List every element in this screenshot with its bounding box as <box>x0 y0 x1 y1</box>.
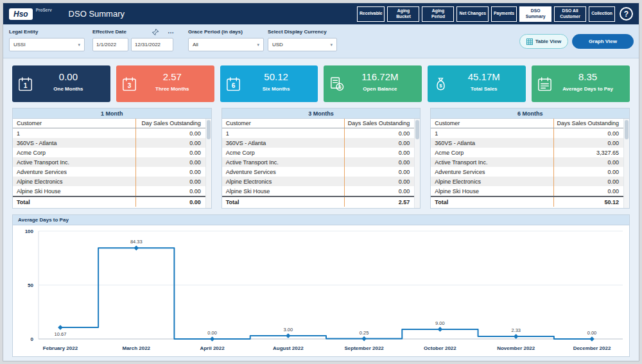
table-row[interactable]: 10.00 <box>431 128 629 138</box>
kpi-card-three-months: 32.57Three Months <box>116 65 214 102</box>
col-header-dso: Days Sales Outstanding <box>344 119 420 128</box>
dso-value-cell: 0.00 <box>344 157 420 167</box>
dso-value-cell: 0.00 <box>135 148 211 157</box>
effective-date-to[interactable] <box>131 38 173 51</box>
svg-text:3: 3 <box>128 82 132 89</box>
table-row[interactable]: Adventure Services0.00 <box>431 167 629 177</box>
top-nav: ReceivableAging BucketAging PeriodNet Ch… <box>357 6 615 22</box>
scrollbar[interactable] <box>205 119 211 208</box>
kpi-label: One Months <box>30 86 107 92</box>
chart-point[interactable] <box>58 325 63 330</box>
help-icon[interactable]: ? <box>620 7 633 21</box>
x-axis-label: April 2022 <box>200 345 225 351</box>
col-header-customer: Customer <box>13 119 135 128</box>
effective-date-label: Effective Date <box>92 29 126 35</box>
currency-value: USD <box>272 42 283 48</box>
point-label: 10.67 <box>55 331 67 337</box>
grace-period-select[interactable]: All ▾ <box>188 38 264 51</box>
table-row[interactable]: Alpine Ski House0.00 <box>222 186 421 196</box>
table-row[interactable]: Active Transport Inc.0.00 <box>222 157 421 167</box>
pin-icon[interactable] <box>150 27 161 37</box>
chevron-down-icon: ▾ <box>257 42 259 48</box>
total-label: Total <box>13 197 135 207</box>
chart-point[interactable] <box>210 336 215 342</box>
table-row[interactable]: Active Transport Inc.0.00 <box>13 157 211 167</box>
chart-point[interactable] <box>514 334 519 339</box>
dso-table-panel-1-month: 1 MonthCustomerDay Sales Outstanding10.0… <box>12 108 212 209</box>
nav-button-net-changes[interactable]: Net Changes <box>456 6 489 22</box>
table-view-button[interactable]: Table View <box>519 34 568 49</box>
table-row[interactable]: Acme Corp3,327.65 <box>431 148 629 157</box>
chart-point[interactable] <box>361 336 367 342</box>
table-row[interactable]: 10.00 <box>13 128 211 138</box>
nav-button-dso-all-customer[interactable]: DSO All Customer <box>554 6 586 22</box>
chart-point[interactable] <box>438 327 443 332</box>
dso-value-cell: 0.00 <box>553 186 629 196</box>
table-row[interactable]: Alpine Electronics0.00 <box>431 177 629 186</box>
scrollbar-thumb[interactable] <box>207 120 211 139</box>
effective-date-from[interactable] <box>92 38 128 51</box>
dso-table-panel-6-months: 6 MonthsCustomerDays Sales Outstanding10… <box>430 108 630 209</box>
total-value: 50.12 <box>553 197 629 207</box>
table-row[interactable]: Alpine Ski House0.00 <box>13 186 211 196</box>
table-row[interactable]: Alpine Ski House0.00 <box>431 186 629 196</box>
chart-panel: Average Days to Pay 05010010.67February … <box>12 214 630 357</box>
dso-value-cell: 3,327.65 <box>553 148 629 157</box>
table-row[interactable]: Adventure Services0.00 <box>222 167 421 177</box>
scrollbar[interactable] <box>623 119 629 208</box>
grace-period-label: Grace Period (in days) <box>188 29 243 35</box>
nav-button-payments[interactable]: Payments <box>491 6 517 22</box>
table-row[interactable]: Alpine Electronics0.00 <box>222 177 421 186</box>
customer-cell: 360VS - Atlanta <box>222 138 345 148</box>
scrollbar-thumb[interactable] <box>415 120 419 139</box>
table-row[interactable]: Acme Corp0.00 <box>222 148 421 157</box>
brand-label: ProServ <box>36 8 52 12</box>
dso-value-cell: 0.00 <box>135 138 211 148</box>
graph-view-button[interactable]: Graph View <box>572 34 634 49</box>
scrollbar[interactable] <box>414 119 420 208</box>
table-row[interactable]: Alpine Electronics0.00 <box>13 177 211 186</box>
legal-entity-select[interactable]: USSI ▾ <box>9 38 85 51</box>
customer-cell: Active Transport Inc. <box>13 157 135 167</box>
dso-value-cell: 0.00 <box>344 138 420 148</box>
currency-select[interactable]: USD ▾ <box>268 38 337 51</box>
x-axis-label: August 2022 <box>273 345 304 351</box>
dso-table: CustomerDays Sales Outstanding10.00360VS… <box>222 119 421 208</box>
chart-point[interactable] <box>286 333 291 338</box>
kpi-card-total-sales: $45.17MTotal Sales <box>428 65 526 102</box>
dso-value-cell: 0.00 <box>553 177 629 186</box>
table-row[interactable]: 360VS - Atlanta0.00 <box>431 138 629 148</box>
top-bar: Hso ProServ DSO Summary ReceivableAging … <box>3 3 639 24</box>
table-row[interactable]: Active Transport Inc.0.00 <box>431 157 629 167</box>
x-axis-label: February 2022 <box>43 345 78 351</box>
nav-button-dso-summary[interactable]: DSO Summary <box>519 6 551 22</box>
dso-value-cell: 0.00 <box>344 128 420 138</box>
chart-point[interactable] <box>589 336 594 342</box>
nav-button-receivable[interactable]: Receivable <box>357 6 385 22</box>
nav-button-collection[interactable]: Collection <box>589 6 615 22</box>
nav-button-aging-bucket[interactable]: Aging Bucket <box>387 6 419 22</box>
total-row: Total0.00 <box>13 196 211 207</box>
dso-value-cell: 0.00 <box>135 167 211 177</box>
customer-cell: Acme Corp <box>222 148 345 157</box>
dso-table: CustomerDay Sales Outstanding10.00360VS … <box>13 119 211 208</box>
table-header-row: CustomerDays Sales Outstanding <box>431 119 629 128</box>
table-row[interactable]: Acme Corp0.00 <box>13 148 211 157</box>
customer-cell: Active Transport Inc. <box>222 157 345 167</box>
table-row[interactable]: Adventure Services0.00 <box>13 167 211 177</box>
y-tick-label: 0 <box>31 336 34 342</box>
customer-cell: Active Transport Inc. <box>431 157 553 167</box>
table-row[interactable]: 360VS - Atlanta0.00 <box>222 138 421 148</box>
customer-cell: 360VS - Atlanta <box>431 138 553 148</box>
table-row[interactable]: 360VS - Atlanta0.00 <box>13 138 211 148</box>
nav-button-aging-period[interactable]: Aging Period <box>422 6 454 22</box>
svg-text:6: 6 <box>231 82 235 89</box>
x-axis-label: October 2022 <box>424 345 456 351</box>
dso-value-cell: 0.00 <box>553 138 629 148</box>
point-label: 3.00 <box>284 327 293 333</box>
chart-point[interactable] <box>134 246 139 251</box>
table-row[interactable]: 10.00 <box>222 128 421 138</box>
more-options-icon[interactable]: … <box>165 26 177 36</box>
customer-cell: Alpine Ski House <box>13 186 135 196</box>
scrollbar-thumb[interactable] <box>625 120 629 139</box>
